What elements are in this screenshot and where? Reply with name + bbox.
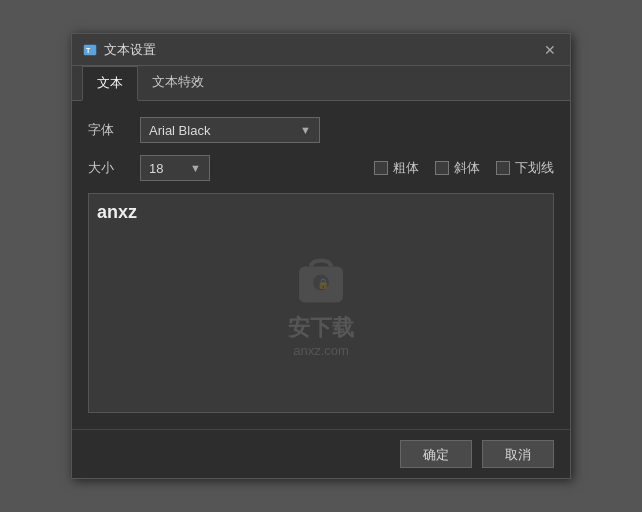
confirm-button[interactable]: 确定 [400,440,472,468]
font-row: 字体 Arial Black ▼ [88,117,554,143]
watermark-cn: 安下载 [288,313,354,343]
tab-text[interactable]: 文本 [82,66,138,101]
footer: 确定 取消 [72,429,570,478]
size-dropdown-arrow: ▼ [190,162,201,174]
size-label: 大小 [88,159,128,177]
dialog-title: 文本设置 [104,41,156,59]
tabs-row: 文本 文本特效 [72,66,570,101]
underline-checkbox[interactable] [496,161,510,175]
text-preview-area: anxz 🔒 安下载 anxz.com [88,193,554,413]
svg-text:🔒: 🔒 [317,277,330,290]
font-dropdown[interactable]: Arial Black ▼ [140,117,320,143]
size-dropdown[interactable]: 18 ▼ [140,155,210,181]
size-value: 18 [149,161,163,176]
font-label: 字体 [88,121,128,139]
svg-point-3 [313,275,329,291]
watermark-icon: 🔒 [291,249,351,309]
bold-checkbox[interactable] [374,161,388,175]
font-value: Arial Black [149,123,210,138]
tab-text-effects[interactable]: 文本特效 [138,66,218,101]
italic-label: 斜体 [454,159,480,177]
svg-rect-2 [299,267,343,303]
preview-text: anxz [97,202,137,223]
size-row: 大小 18 ▼ 粗体 斜体 下划线 [88,155,554,181]
style-checkboxes: 粗体 斜体 下划线 [374,159,554,177]
watermark-en: anxz.com [293,343,349,358]
title-bar: T 文本设置 ✕ [72,34,570,66]
tab-content: 字体 Arial Black ▼ 大小 18 ▼ 粗体 斜体 [72,101,570,429]
italic-checkbox-item[interactable]: 斜体 [435,159,480,177]
bold-checkbox-item[interactable]: 粗体 [374,159,419,177]
title-bar-left: T 文本设置 [82,41,156,59]
close-button[interactable]: ✕ [540,40,560,60]
underline-checkbox-item[interactable]: 下划线 [496,159,554,177]
italic-checkbox[interactable] [435,161,449,175]
bold-label: 粗体 [393,159,419,177]
dialog-icon: T [82,42,98,58]
underline-label: 下划线 [515,159,554,177]
watermark: 🔒 安下载 anxz.com [288,249,354,358]
text-settings-dialog: T 文本设置 ✕ 文本 文本特效 字体 Arial Black ▼ 大小 18 … [71,33,571,479]
font-dropdown-arrow: ▼ [300,124,311,136]
cancel-button[interactable]: 取消 [482,440,554,468]
svg-text:T: T [86,47,91,54]
